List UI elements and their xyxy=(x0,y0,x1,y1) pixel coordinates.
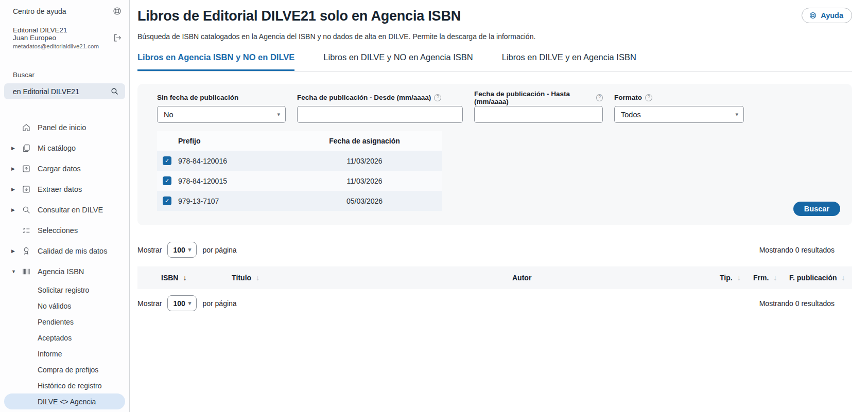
sin-fecha-select[interactable]: No ▾ xyxy=(157,106,286,123)
row-checkbox[interactable]: ✓ xyxy=(163,156,171,165)
chevron-down-icon[interactable]: ▼ xyxy=(11,269,20,274)
fecha-hasta-field xyxy=(474,106,603,123)
caret-down-icon: ▾ xyxy=(188,300,192,307)
award-icon xyxy=(22,246,31,256)
search-scope-text: en Editorial DILVE21 xyxy=(13,87,79,96)
prefix-table-header: Prefijo Fecha de asignación xyxy=(157,131,442,151)
fecha-hasta-input[interactable] xyxy=(481,106,597,122)
help-circle-icon[interactable]: ? xyxy=(596,94,603,101)
table-row: ✓ 978-84-120015 11/03/2026 xyxy=(157,171,442,191)
assignment-date: 11/03/2026 xyxy=(287,177,442,185)
sidebar-item-calidad-de-mis-datos[interactable]: ▶ Calidad de mis datos xyxy=(4,241,125,261)
table-row: ✓ 978-84-120016 11/03/2026 xyxy=(157,151,442,171)
lifebuoy-icon[interactable] xyxy=(112,6,122,16)
chevron-right-icon[interactable]: ▶ xyxy=(11,187,20,192)
sidebar-item-cargar-datos[interactable]: ▶ Cargar datos xyxy=(4,158,125,179)
search-icon xyxy=(22,205,31,214)
search-icon[interactable] xyxy=(110,87,119,96)
filter-label-formato: Formato ? xyxy=(614,93,744,102)
main-area: Ayuda Libros de Editorial DILVE21 solo e… xyxy=(130,0,868,412)
prefix-value: 979-13-7107 xyxy=(171,197,287,205)
chevron-right-icon[interactable]: ▶ xyxy=(11,166,20,171)
filter-label-sin-fecha: Sin fecha de publicación xyxy=(157,93,286,102)
user-name: Juan Europeo xyxy=(13,34,99,42)
sidebar-item-label: Cargar datos xyxy=(38,165,81,173)
chevron-right-icon[interactable]: ▶ xyxy=(11,207,20,212)
sort-desc-icon[interactable]: ↓ xyxy=(183,274,186,282)
page-subtitle: Búsqueda de ISBN catalogados en la Agenc… xyxy=(137,32,852,41)
filter-label-fecha-hasta: Fecha de publicación - Hasta (mm/aaaa) ? xyxy=(474,93,603,102)
sort-desc-icon[interactable]: ↓ xyxy=(773,274,777,282)
sidebar-subitem-no-validos[interactable]: No válidos xyxy=(4,298,125,314)
chevron-right-icon[interactable]: ▶ xyxy=(11,146,20,151)
sidebar-item-panel-de-inicio[interactable]: Panel de inicio xyxy=(4,117,125,138)
search-submit-button[interactable]: Buscar xyxy=(793,202,840,216)
formato-select[interactable]: Todos ▾ xyxy=(614,106,744,123)
pagination-top: Mostrar 100 ▾ por página Mostrando 0 res… xyxy=(137,242,852,258)
sidebar-item-selecciones[interactable]: Selecciones xyxy=(4,220,125,241)
page-title: Libros de Editorial DILVE21 solo en Agen… xyxy=(137,0,852,24)
help-circle-icon[interactable]: ? xyxy=(434,94,441,101)
sidebar-subitem-solicitar-registro[interactable]: Solicitar registro xyxy=(4,282,125,298)
show-label: Mostrar xyxy=(137,246,162,254)
assignment-date: 11/03/2026 xyxy=(287,157,442,165)
col-f-publicacion[interactable]: F. publicación ↓ xyxy=(789,266,845,289)
sort-desc-icon[interactable]: ↓ xyxy=(842,274,845,282)
sidebar-subitem-dilve-agencia[interactable]: DILVE <> Agencia xyxy=(4,393,125,409)
col-isbn[interactable]: ISBN ↓ xyxy=(161,266,186,289)
sort-desc-icon[interactable]: ↓ xyxy=(737,274,741,282)
sidebar-subitem-aceptados[interactable]: Aceptados xyxy=(4,330,125,346)
sidebar-item-label: Calidad de mis datos xyxy=(38,247,107,255)
tab-libros-en-dilve-y-en-agencia-isbn[interactable]: Libros en DILVE y en Agencia ISBN xyxy=(502,52,636,71)
logout-icon[interactable] xyxy=(112,33,122,43)
help-button-label: Ayuda xyxy=(821,11,843,20)
row-checkbox[interactable]: ✓ xyxy=(163,196,171,205)
help-button[interactable]: Ayuda xyxy=(802,8,852,23)
sort-desc-icon[interactable]: ↓ xyxy=(256,274,259,282)
row-checkbox[interactable]: ✓ xyxy=(163,176,171,185)
sidebar-subitem-compra-de-prefijos[interactable]: Compra de prefijos xyxy=(4,362,125,378)
results-table-header: ISBN ↓ Título ↓ Autor Tip. ↓ Frm. ↓ xyxy=(137,266,852,289)
col-tip[interactable]: Tip. ↓ xyxy=(720,266,741,289)
sidebar-subitem-pendientes[interactable]: Pendientes xyxy=(4,314,125,330)
sidebar-item-label: Panel de inicio xyxy=(38,123,86,132)
per-page-select[interactable]: 100 ▾ xyxy=(167,295,197,311)
formato-value: Todos xyxy=(621,111,641,119)
per-page-value: 100 xyxy=(173,246,185,254)
sidebar-subitem-historico-de-registro[interactable]: Histórico de registro xyxy=(4,378,125,393)
sidebar: Centro de ayuda Editorial DILVE21 Juan E… xyxy=(0,0,130,412)
col-titulo[interactable]: Título ↓ xyxy=(232,266,259,289)
sidebar-item-label: Consultar en DILVE xyxy=(38,206,103,214)
tab-libros-en-agencia-isbn-y-no-en-dilve[interactable]: Libros en Agencia ISBN y NO en DILVE xyxy=(137,52,294,71)
help-center-link[interactable]: Centro de ayuda xyxy=(13,7,66,15)
caret-down-icon: ▾ xyxy=(277,111,280,118)
sin-fecha-value: No xyxy=(164,111,173,119)
tab-libros-en-dilve-y-no-en-agencia-isbn[interactable]: Libros en DILVE y NO en Agencia ISBN xyxy=(323,52,473,71)
barcode-icon xyxy=(22,267,31,276)
download-icon xyxy=(22,185,31,194)
upload-icon xyxy=(22,164,31,173)
per-page-select[interactable]: 100 ▾ xyxy=(167,242,197,258)
sidebar-item-consultar-en-dilve[interactable]: ▶ Consultar en DILVE xyxy=(4,200,125,220)
per-page-value: 100 xyxy=(173,299,185,308)
col-autor: Autor xyxy=(512,266,531,289)
prefix-value: 978-84-120015 xyxy=(171,177,287,185)
sidebar-item-extraer-datos[interactable]: ▶ Extraer datos xyxy=(4,179,125,200)
sidebar-item-agencia-isbn[interactable]: ▼ Agencia ISBN xyxy=(4,261,125,282)
sidebar-item-label: Extraer datos xyxy=(38,185,82,193)
pagination-bottom: Mostrar 100 ▾ por página Mostrando 0 res… xyxy=(137,295,852,311)
col-prefijo: Prefijo xyxy=(157,137,287,145)
sidebar-subitem-informe[interactable]: Informe xyxy=(4,346,125,362)
prefix-value: 978-84-120016 xyxy=(171,157,287,165)
sidebar-item-mi-catalogo[interactable]: ▶ Mi catálogo xyxy=(4,138,125,158)
chevron-right-icon[interactable]: ▶ xyxy=(11,248,20,254)
col-frm[interactable]: Frm. ↓ xyxy=(753,266,777,289)
home-icon xyxy=(22,123,31,132)
filter-label-fecha-desde: Fecha de publicación - Desde (mm/aaaa) ? xyxy=(297,93,463,102)
search-input[interactable]: en Editorial DILVE21 xyxy=(4,83,125,99)
help-circle-icon[interactable]: ? xyxy=(645,94,652,101)
sidebar-item-label: Selecciones xyxy=(38,226,78,235)
prefix-table: Prefijo Fecha de asignación ✓ 978-84-120… xyxy=(157,131,442,211)
lifebuoy-icon xyxy=(809,11,817,20)
fecha-desde-input[interactable] xyxy=(304,106,457,122)
